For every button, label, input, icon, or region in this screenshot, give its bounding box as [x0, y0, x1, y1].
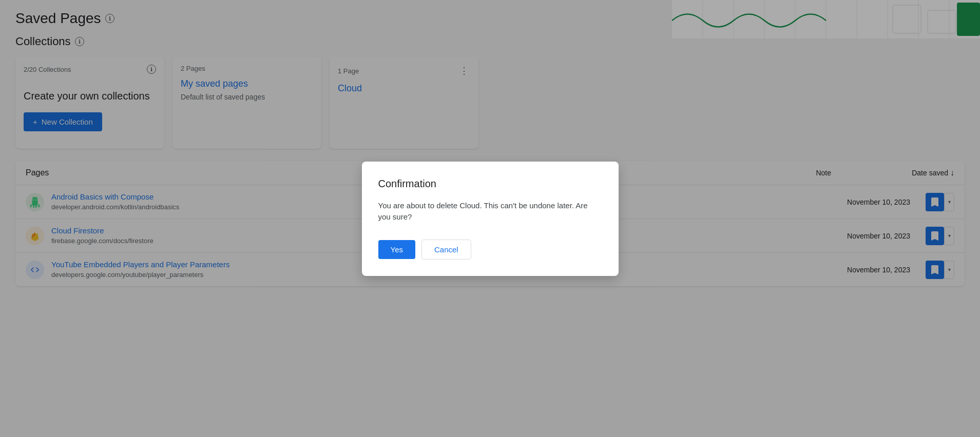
modal-actions: Yes Cancel	[378, 240, 602, 260]
modal-yes-button[interactable]: Yes	[378, 240, 415, 259]
modal-overlay: Confirmation You are about to delete Clo…	[0, 0, 980, 437]
modal-title: Confirmation	[378, 178, 602, 190]
modal-body: You are about to delete Cloud. This can'…	[378, 200, 602, 223]
confirmation-modal: Confirmation You are about to delete Clo…	[362, 162, 619, 276]
modal-cancel-button[interactable]: Cancel	[421, 240, 471, 260]
